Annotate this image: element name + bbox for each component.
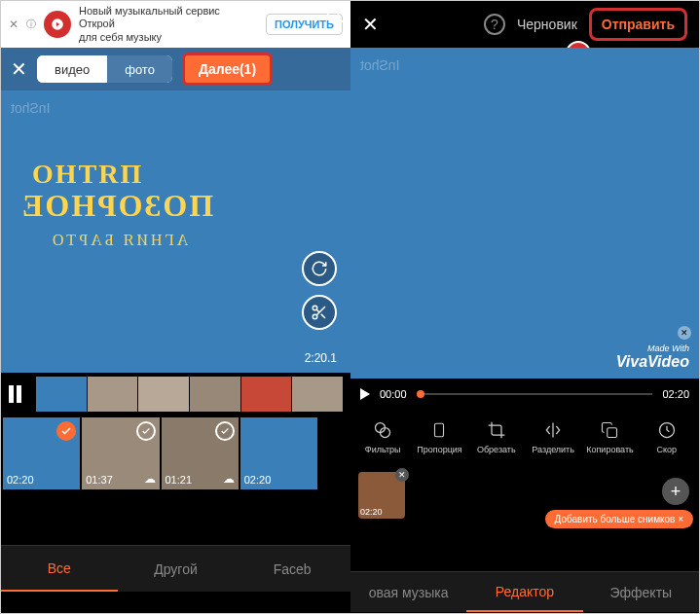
- tab-other[interactable]: Другой: [118, 546, 235, 592]
- watermark-text: InShot: [11, 100, 50, 116]
- scissors-icon[interactable]: [302, 295, 337, 330]
- check-icon[interactable]: [56, 421, 76, 441]
- header-right: ✕ ? Черновик Отправить 2: [350, 1, 699, 48]
- preview-text-2: ПОЗОРНОЕ: [20, 188, 213, 224]
- tool-speed[interactable]: Скор: [639, 410, 695, 464]
- check-icon[interactable]: [215, 421, 235, 441]
- clip-bar: ✕ 02:20 + Добавить больше снимков ×: [350, 464, 699, 532]
- copy-icon: [599, 419, 620, 441]
- cloud-icon: ☁: [223, 472, 235, 486]
- clip-time: 01:37: [86, 474, 113, 486]
- preview-text-3: АГНИЯ БАРТО: [50, 232, 188, 249]
- check-icon[interactable]: [136, 421, 156, 441]
- next-button[interactable]: Далее(1): [182, 53, 273, 86]
- tool-copy[interactable]: Копировать: [581, 410, 638, 464]
- clip-time: 01:21: [166, 474, 193, 486]
- draft-button[interactable]: Черновик: [517, 17, 577, 32]
- clip-item[interactable]: 01:21 ☁: [162, 417, 239, 489]
- tool-bar: Фильтры Пропорция Обрезать Разделить Коп…: [350, 410, 699, 464]
- seek-track[interactable]: [417, 393, 653, 395]
- tab-facebook[interactable]: Faceb: [234, 546, 350, 592]
- send-button[interactable]: Отправить: [589, 8, 687, 41]
- vivavideo-watermark: Made With VivaVideo: [616, 343, 689, 371]
- pause-button[interactable]: [9, 385, 32, 403]
- tab-all[interactable]: Все: [1, 546, 118, 592]
- header-left: ✕ видео фото Далее(1) 1: [1, 48, 350, 90]
- close-icon[interactable]: ✕: [11, 57, 27, 81]
- preview-text-1: ПЯТНО: [30, 159, 141, 190]
- play-button[interactable]: [360, 388, 370, 400]
- ratio-icon: [428, 419, 450, 441]
- watermark-text: InShot: [360, 57, 399, 73]
- player-bar: 00:00 02:20: [350, 379, 699, 410]
- cloud-icon: ☁: [144, 472, 156, 486]
- svg-line-6: [316, 309, 319, 312]
- close-icon[interactable]: ✕: [362, 13, 379, 36]
- video-preview-right[interactable]: InShot ✕ Made With VivaVideo: [350, 48, 699, 379]
- current-time: 00:00: [380, 388, 407, 400]
- bottom-tabs-right: овая музыка Редактор Эффекты: [350, 571, 699, 612]
- toggle-video[interactable]: видео: [37, 55, 107, 83]
- clip-item[interactable]: 01:37 ☁: [82, 417, 159, 489]
- filters-icon: [372, 419, 393, 441]
- tab-music[interactable]: овая музыка: [350, 572, 466, 612]
- ad-close-icon[interactable]: ✕: [9, 18, 18, 31]
- watermark-close-icon[interactable]: ✕: [678, 326, 691, 340]
- clip-time: 02:20: [244, 474, 272, 486]
- clip-selector: 02:20 01:37 ☁ 01:21 ☁ 02:20: [1, 415, 350, 491]
- ad-banner: ✕ ⓘ Новый музыкальный сервис Открой для …: [1, 1, 350, 48]
- crop-icon: [486, 419, 507, 441]
- help-icon[interactable]: ?: [484, 14, 505, 35]
- add-clip-button[interactable]: +: [662, 478, 689, 505]
- ad-logo-icon: [44, 11, 71, 38]
- timeline-strip: [1, 373, 350, 415]
- tool-filters[interactable]: Фильтры: [354, 410, 411, 464]
- clip-item[interactable]: 02:20: [3, 417, 80, 489]
- tab-editor[interactable]: Редактор: [466, 572, 582, 612]
- clip-time: 02:20: [7, 474, 34, 486]
- split-icon: [542, 419, 564, 441]
- clip-remove-icon[interactable]: ✕: [395, 468, 409, 482]
- bottom-tabs-left: Все Другой Faceb: [1, 545, 350, 592]
- media-toggle: видео фото: [37, 55, 172, 83]
- ad-info-icon[interactable]: ⓘ: [26, 18, 36, 31]
- add-more-tooltip[interactable]: Добавить больше снимков ×: [545, 510, 693, 528]
- select-all-check[interactable]: [319, 417, 349, 489]
- clip-item[interactable]: 02:20: [240, 417, 317, 489]
- toggle-photo[interactable]: фото: [107, 55, 172, 83]
- tool-split[interactable]: Разделить: [525, 410, 581, 464]
- total-time: 02:20: [662, 388, 689, 400]
- svg-point-2: [313, 306, 317, 310]
- speed-icon: [656, 419, 678, 441]
- svg-rect-9: [435, 423, 444, 437]
- svg-point-3: [313, 314, 317, 319]
- ad-text: Новый музыкальный сервис Открой для себя…: [79, 5, 258, 44]
- svg-line-5: [321, 314, 325, 318]
- tab-effects[interactable]: Эффекты: [583, 572, 699, 612]
- svg-rect-11: [608, 428, 617, 438]
- duration-label: 2:20.1: [305, 351, 337, 365]
- video-preview[interactable]: InShot ПЯТНО ПОЗОРНОЕ АГНИЯ БАРТО 2:20.1: [1, 90, 350, 373]
- tool-ratio[interactable]: Пропорция: [411, 410, 467, 464]
- timeline-clip[interactable]: ✕ 02:20: [358, 472, 405, 519]
- tool-crop[interactable]: Обрезать: [468, 410, 525, 464]
- strip-thumbnails[interactable]: [36, 377, 343, 412]
- clip-duration: 02:20: [360, 507, 383, 517]
- rotate-icon[interactable]: [302, 251, 337, 286]
